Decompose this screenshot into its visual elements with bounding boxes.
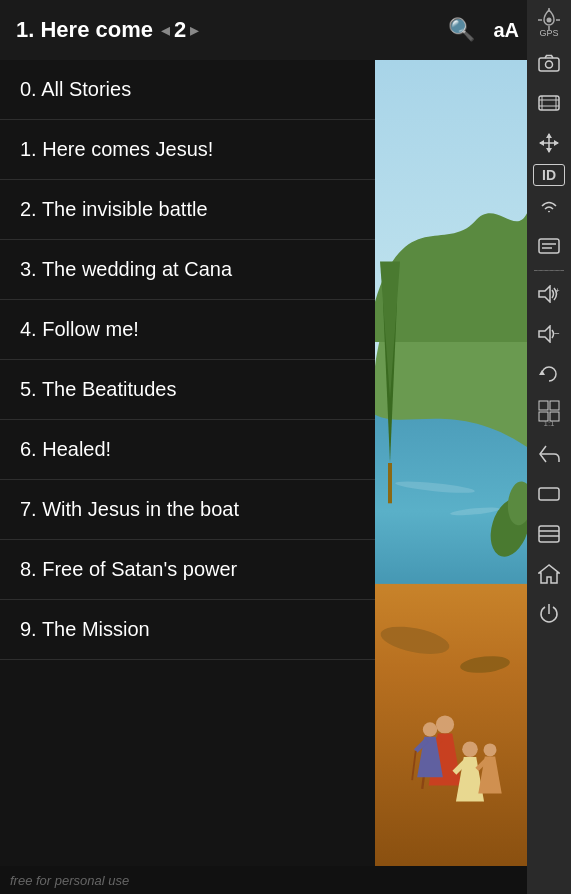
right-sidebar: GPS ID: [527, 0, 571, 894]
home-icon[interactable]: [530, 555, 568, 593]
list-item-label: 6. Healed!: [20, 438, 111, 461]
svg-marker-15: [546, 148, 552, 153]
page-number: 2: [170, 17, 190, 43]
svg-marker-14: [546, 133, 552, 138]
fit-icon[interactable]: 1:1: [530, 395, 568, 433]
list-item[interactable]: 5. The Beatitudes: [0, 360, 375, 420]
rotate-icon[interactable]: [530, 355, 568, 393]
svg-marker-17: [554, 140, 559, 146]
wifi-icon[interactable]: [530, 188, 568, 226]
page-title: 1. Here come: [8, 17, 161, 43]
list-item[interactable]: 2. The invisible battle: [0, 180, 375, 240]
svg-rect-26: [539, 401, 548, 410]
chat-icon[interactable]: [530, 228, 568, 266]
layout-icon[interactable]: [530, 515, 568, 553]
list-item-label: 5. The Beatitudes: [20, 378, 176, 401]
window-icon[interactable]: [530, 475, 568, 513]
svg-rect-31: [539, 526, 559, 542]
video-icon[interactable]: [530, 84, 568, 122]
back-icon[interactable]: [530, 435, 568, 473]
license-text: free for personal use: [10, 873, 129, 888]
svg-rect-27: [550, 401, 559, 410]
story-list: 0. All Stories1. Here comes Jesus!2. The…: [0, 60, 375, 866]
svg-marker-25: [539, 370, 545, 375]
svg-text:+: +: [555, 286, 560, 295]
right-arrow-icon: ▸: [190, 19, 199, 41]
list-item[interactable]: 0. All Stories: [0, 60, 375, 120]
list-item[interactable]: 8. Free of Satan's power: [0, 540, 375, 600]
left-arrow-icon: ◂: [161, 19, 170, 41]
top-bar: 1. Here come ◂ 2 ▸ 🔍 aA ⋮: [0, 0, 571, 60]
list-item-label: 7. With Jesus in the boat: [20, 498, 239, 521]
list-item-label: 4. Follow me!: [20, 318, 139, 341]
list-item[interactable]: 6. Healed!: [0, 420, 375, 480]
power-icon[interactable]: [530, 595, 568, 633]
list-item[interactable]: 9. The Mission: [0, 600, 375, 660]
list-item[interactable]: 1. Here comes Jesus!: [0, 120, 375, 180]
move-icon[interactable]: [530, 124, 568, 162]
svg-point-0: [547, 18, 552, 23]
volume-down-icon[interactable]: −: [530, 315, 568, 353]
list-item[interactable]: 3. The wedding at Cana: [0, 240, 375, 300]
list-item-label: 9. The Mission: [20, 618, 150, 641]
svg-point-6: [546, 61, 553, 68]
camera-icon[interactable]: [530, 44, 568, 82]
svg-text:−: −: [554, 328, 560, 339]
svg-marker-34: [539, 565, 559, 583]
list-item-label: 1. Here comes Jesus!: [20, 138, 213, 161]
search-icon[interactable]: 🔍: [448, 17, 475, 43]
svg-marker-21: [539, 286, 550, 302]
bottom-bar: free for personal use: [0, 866, 527, 894]
list-item-label: 3. The wedding at Cana: [20, 258, 232, 281]
id-icon[interactable]: ID: [533, 164, 565, 186]
svg-marker-16: [539, 140, 544, 146]
list-item[interactable]: 4. Follow me!: [0, 300, 375, 360]
svg-rect-5: [539, 58, 559, 71]
list-item-label: 0. All Stories: [20, 78, 131, 101]
list-item-label: 2. The invisible battle: [20, 198, 208, 221]
gps-icon[interactable]: GPS: [530, 4, 568, 42]
svg-rect-30: [539, 488, 559, 500]
font-size-icon[interactable]: aA: [493, 19, 519, 42]
list-item[interactable]: 7. With Jesus in the boat: [0, 480, 375, 540]
svg-marker-23: [539, 326, 550, 342]
svg-rect-18: [539, 239, 559, 253]
sidebar-divider-1: [534, 270, 564, 271]
volume-up-icon[interactable]: +: [530, 275, 568, 313]
list-item-label: 8. Free of Satan's power: [20, 558, 237, 581]
